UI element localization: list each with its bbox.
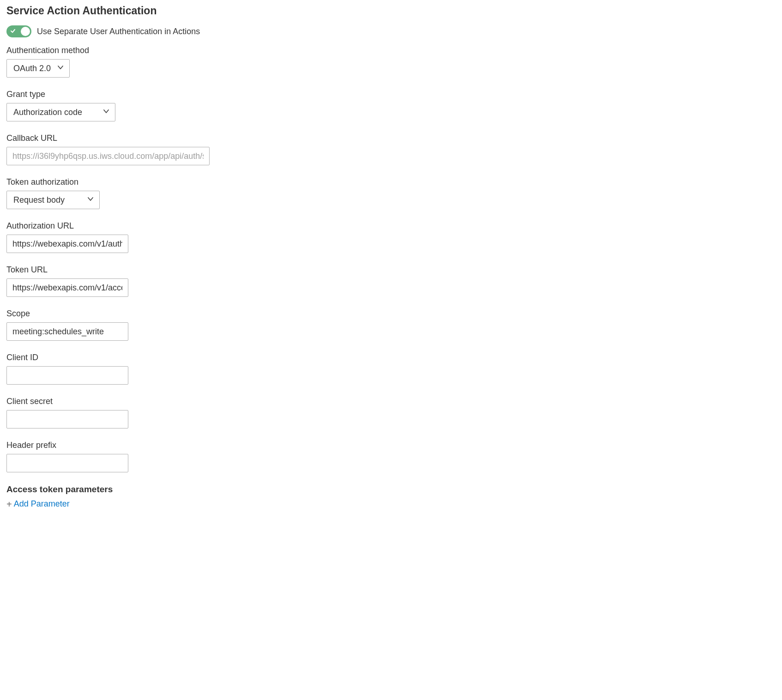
client-secret-input[interactable] — [6, 410, 128, 428]
scope-field: Scope — [6, 309, 776, 341]
check-icon — [10, 28, 16, 35]
client-secret-label: Client secret — [6, 397, 776, 406]
toggle-knob — [21, 27, 30, 36]
add-parameter-label: Add Parameter — [14, 499, 70, 509]
client-id-field: Client ID — [6, 353, 776, 385]
auth-url-field: Authorization URL — [6, 221, 776, 253]
callback-url-label: Callback URL — [6, 133, 776, 143]
grant-type-field: Grant type Authorization code — [6, 90, 776, 121]
token-auth-label: Token authorization — [6, 177, 776, 187]
auth-method-select[interactable]: OAuth 2.0 — [6, 59, 70, 78]
client-id-input[interactable] — [6, 366, 128, 385]
toggle-row: Use Separate User Authentication in Acti… — [6, 25, 776, 37]
use-separate-auth-toggle[interactable] — [6, 25, 31, 37]
grant-type-select[interactable]: Authorization code — [6, 103, 115, 121]
add-parameter-button[interactable]: + Add Parameter — [6, 499, 776, 509]
token-auth-value: Request body — [13, 195, 65, 205]
auth-url-label: Authorization URL — [6, 221, 776, 231]
access-token-params-title: Access token parameters — [6, 484, 776, 495]
token-url-label: Token URL — [6, 265, 776, 275]
token-url-field: Token URL — [6, 265, 776, 297]
section-title: Service Action Authentication — [6, 5, 776, 17]
token-url-input[interactable] — [6, 278, 128, 297]
client-secret-field: Client secret — [6, 397, 776, 428]
scope-label: Scope — [6, 309, 776, 319]
token-auth-field: Token authorization Request body — [6, 177, 776, 209]
toggle-label: Use Separate User Authentication in Acti… — [37, 27, 200, 36]
auth-url-input[interactable] — [6, 235, 128, 253]
auth-method-value: OAuth 2.0 — [13, 64, 51, 73]
grant-type-label: Grant type — [6, 90, 776, 99]
token-auth-select[interactable]: Request body — [6, 191, 100, 209]
auth-method-label: Authentication method — [6, 46, 776, 55]
client-id-label: Client ID — [6, 353, 776, 362]
auth-method-field: Authentication method OAuth 2.0 — [6, 46, 776, 78]
header-prefix-field: Header prefix — [6, 441, 776, 472]
callback-url-input[interactable] — [6, 147, 210, 165]
callback-url-field: Callback URL — [6, 133, 776, 165]
header-prefix-label: Header prefix — [6, 441, 776, 450]
scope-input[interactable] — [6, 322, 128, 341]
grant-type-value: Authorization code — [13, 108, 82, 117]
plus-icon: + — [6, 500, 12, 509]
header-prefix-input[interactable] — [6, 454, 128, 472]
